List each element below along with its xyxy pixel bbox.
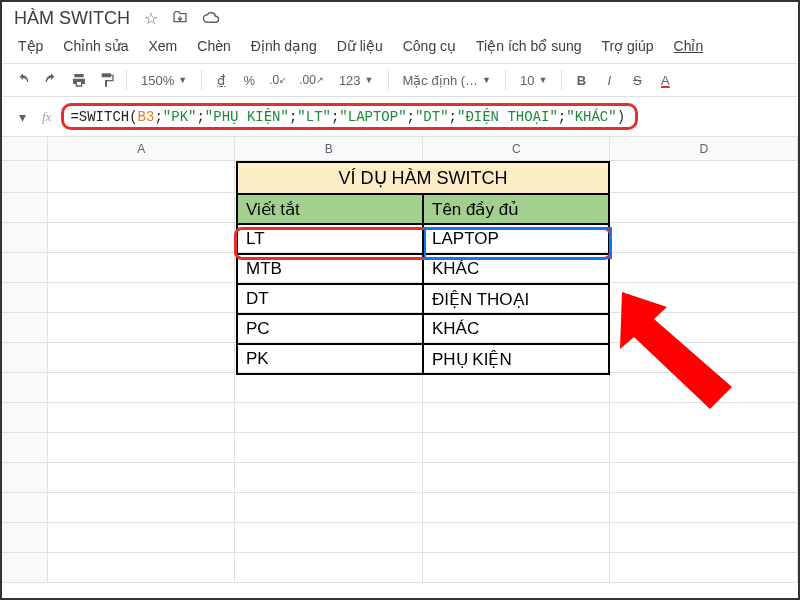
menu-lastedit[interactable]: Chỉn — [666, 35, 712, 57]
spreadsheet-grid[interactable]: A B C D VÍ DỤ HÀM SWITCH Viết tắt Tên đầ… — [2, 137, 798, 583]
cell[interactable] — [48, 523, 236, 553]
cell[interactable] — [235, 403, 423, 433]
cell[interactable] — [423, 193, 611, 223]
cell[interactable] — [610, 523, 798, 553]
cell[interactable] — [610, 493, 798, 523]
col-head-a[interactable]: A — [48, 137, 236, 160]
row-head[interactable] — [2, 283, 48, 313]
cell[interactable] — [48, 193, 236, 223]
menu-data[interactable]: Dữ liệu — [329, 35, 391, 57]
strike-button[interactable]: S — [626, 69, 648, 91]
cell[interactable] — [610, 403, 798, 433]
cell[interactable] — [235, 161, 423, 193]
doc-title[interactable]: HÀM SWITCH — [14, 8, 130, 29]
cell[interactable] — [48, 403, 236, 433]
textcolor-button[interactable]: A — [654, 69, 676, 91]
row-head[interactable] — [2, 403, 48, 433]
font-dropdown[interactable]: Mặc định (…▼ — [397, 71, 498, 90]
row-head[interactable] — [2, 523, 48, 553]
cell[interactable] — [48, 553, 236, 583]
row-head[interactable] — [2, 493, 48, 523]
move-icon[interactable] — [172, 9, 188, 29]
row-head[interactable] — [2, 313, 48, 343]
cell[interactable] — [48, 463, 236, 493]
cell[interactable] — [610, 553, 798, 583]
cloud-icon[interactable] — [202, 10, 220, 28]
numfmt-dropdown[interactable]: 123▼ — [333, 71, 380, 90]
cell[interactable] — [235, 523, 423, 553]
col-head-b[interactable]: B — [235, 137, 423, 160]
row-head[interactable] — [2, 253, 48, 283]
cell[interactable] — [610, 343, 798, 373]
row-head[interactable] — [2, 463, 48, 493]
cell[interactable] — [610, 313, 798, 343]
cell[interactable] — [235, 343, 423, 373]
cell[interactable] — [610, 463, 798, 493]
menu-tools[interactable]: Công cụ — [395, 35, 464, 57]
cell[interactable] — [423, 463, 611, 493]
cell[interactable] — [423, 523, 611, 553]
cell[interactable] — [423, 373, 611, 403]
print-button[interactable] — [68, 69, 90, 91]
cell[interactable] — [423, 553, 611, 583]
cell[interactable] — [610, 193, 798, 223]
dec-increase-button[interactable]: .00↗ — [296, 69, 327, 91]
menu-insert[interactable]: Chèn — [189, 35, 238, 57]
italic-button[interactable]: I — [598, 69, 620, 91]
cell[interactable] — [235, 223, 423, 253]
bold-button[interactable]: B — [570, 69, 592, 91]
cell[interactable] — [48, 223, 236, 253]
row-head[interactable] — [2, 433, 48, 463]
undo-button[interactable] — [12, 69, 34, 91]
menu-help[interactable]: Trợ giúp — [594, 35, 662, 57]
cell[interactable] — [235, 463, 423, 493]
cell[interactable] — [610, 283, 798, 313]
cell[interactable] — [423, 343, 611, 373]
cell[interactable] — [610, 373, 798, 403]
cell[interactable] — [235, 193, 423, 223]
cell[interactable] — [235, 253, 423, 283]
cell[interactable] — [48, 493, 236, 523]
cell[interactable] — [48, 373, 236, 403]
cell[interactable] — [235, 433, 423, 463]
cell[interactable] — [423, 433, 611, 463]
percent-button[interactable]: % — [238, 69, 260, 91]
cell[interactable] — [235, 553, 423, 583]
redo-button[interactable] — [40, 69, 62, 91]
cell[interactable] — [610, 223, 798, 253]
menu-edit[interactable]: Chỉnh sửa — [55, 35, 136, 57]
row-head[interactable] — [2, 373, 48, 403]
paintformat-button[interactable] — [96, 69, 118, 91]
zoom-dropdown[interactable]: 150%▼ — [135, 71, 193, 90]
formula-input[interactable]: =SWITCH( B3 ; "PK" ; "PHỤ KIỆN" ; "LT" ;… — [61, 103, 638, 130]
cell[interactable] — [48, 253, 236, 283]
cell[interactable] — [48, 283, 236, 313]
row-head[interactable] — [2, 161, 48, 193]
cell[interactable] — [235, 493, 423, 523]
cell[interactable] — [423, 403, 611, 433]
cell[interactable] — [423, 283, 611, 313]
cell[interactable] — [235, 283, 423, 313]
cell[interactable] — [48, 433, 236, 463]
fontsize-dropdown[interactable]: 10▼ — [514, 71, 553, 90]
dec-decrease-button[interactable]: .0↙ — [266, 69, 290, 91]
cell[interactable] — [48, 343, 236, 373]
menu-view[interactable]: Xem — [141, 35, 186, 57]
cell[interactable] — [423, 253, 611, 283]
select-all-cell[interactable] — [2, 137, 48, 160]
star-icon[interactable]: ☆ — [144, 9, 158, 28]
cell[interactable] — [48, 313, 236, 343]
row-head[interactable] — [2, 193, 48, 223]
cell[interactable] — [610, 161, 798, 193]
cell[interactable] — [423, 493, 611, 523]
name-box-caret[interactable]: ▾ — [12, 109, 32, 125]
row-head[interactable] — [2, 223, 48, 253]
cell[interactable] — [423, 161, 611, 193]
col-head-d[interactable]: D — [610, 137, 798, 160]
cell[interactable] — [423, 313, 611, 343]
cell[interactable] — [235, 313, 423, 343]
row-head[interactable] — [2, 553, 48, 583]
cell[interactable] — [610, 253, 798, 283]
currency-button[interactable]: ₫ — [210, 69, 232, 91]
cell[interactable] — [48, 161, 236, 193]
